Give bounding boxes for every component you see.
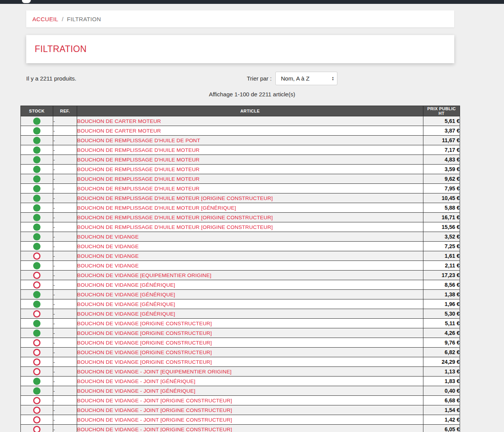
in-stock-icon	[33, 387, 40, 395]
stock-cell	[21, 116, 53, 126]
table-row: - BOUCHON DE VIDANGE [GÉNÉRIQUE] 1,96 €	[21, 299, 460, 309]
table-row: - BOUCHON DE REMPLISSAGE D'HUILE MOTEUR …	[21, 193, 460, 203]
site-logo[interactable]	[22, 0, 31, 3]
article-link[interactable]: BOUCHON DE VIDANGE - JOINT [ORIGINE CONS…	[77, 427, 232, 432]
table-row: - BOUCHON DE VIDANGE - JOINT [EQUIPEMENT…	[21, 367, 460, 377]
sort-select[interactable]: Nom, A à Z	[275, 72, 337, 85]
out-of-stock-icon	[33, 407, 40, 414]
article-link[interactable]: BOUCHON DE VIDANGE - JOINT [ORIGINE CONS…	[77, 398, 232, 403]
out-of-stock-icon	[33, 272, 40, 279]
in-stock-icon	[33, 301, 40, 308]
table-row: - BOUCHON DE VIDANGE [ORIGINE CONSTRUCTE…	[21, 338, 460, 348]
article-link[interactable]: BOUCHON DE REMPLISSAGE D'HUILE MOTEUR	[77, 186, 200, 192]
table-row: - BOUCHON DE VIDANGE - JOINT [ORIGINE CO…	[21, 415, 460, 425]
table-row: - BOUCHON DE REMPLISSAGE D'HUILE MOTEUR …	[21, 165, 460, 174]
article-link[interactable]: BOUCHON DE VIDANGE	[77, 234, 139, 240]
stock-cell	[21, 357, 53, 367]
article-link[interactable]: BOUCHON DE VIDANGE	[77, 244, 139, 249]
table-row: - BOUCHON DE CARTER MOTEUR 5,61 €	[21, 116, 460, 126]
table-row: - BOUCHON DE VIDANGE 2,11 €	[21, 261, 460, 271]
table-row: - BOUCHON DE VIDANGE - JOINT [ORIGINE CO…	[21, 396, 460, 405]
article-link[interactable]: BOUCHON DE REMPLISSAGE D'HUILE DE PONT	[77, 138, 200, 143]
article-link[interactable]: BOUCHON DE VIDANGE [ORIGINE CONSTRUCTEUR…	[77, 330, 212, 336]
stock-cell	[21, 415, 53, 425]
article-link[interactable]: BOUCHON DE VIDANGE [GÉNÉRIQUE]	[77, 282, 175, 288]
article-link[interactable]: BOUCHON DE VIDANGE [ORIGINE CONSTRUCTEUR…	[77, 350, 212, 355]
price-cell: 9,62 €	[423, 174, 460, 184]
article-link[interactable]: BOUCHON DE REMPLISSAGE D'HUILE MOTEUR [O…	[77, 195, 273, 201]
article-link[interactable]: BOUCHON DE REMPLISSAGE D'HUILE MOTEUR	[77, 176, 200, 182]
stock-cell	[21, 309, 53, 319]
ref-cell: -	[53, 116, 77, 126]
breadcrumb-home-link[interactable]: ACCUEIL	[32, 16, 58, 22]
price-cell: 5,30 €	[423, 309, 460, 319]
article-link[interactable]: BOUCHON DE VIDANGE [ORIGINE CONSTRUCTEUR…	[77, 359, 212, 365]
stock-cell	[21, 184, 53, 193]
article-link[interactable]: BOUCHON DE VIDANGE - JOINT [GÉNÉRIQUE]	[77, 378, 196, 384]
table-row: - BOUCHON DE CARTER MOTEUR 3,87 €	[21, 126, 460, 136]
column-header-price: PRIX PUBLIC HT	[423, 106, 460, 116]
table-row: - BOUCHON DE REMPLISSAGE D'HUILE MOTEUR …	[21, 222, 460, 232]
price-cell: 1,42 €	[423, 415, 460, 425]
article-link[interactable]: BOUCHON DE VIDANGE [GÉNÉRIQUE]	[77, 301, 175, 307]
ref-cell: -	[53, 203, 77, 213]
listing-controls: Il y a 2211 produits. Trier par : Nom, A…	[0, 72, 504, 85]
ref-cell: -	[53, 396, 77, 405]
stock-cell	[21, 155, 53, 165]
stock-cell	[21, 319, 53, 328]
article-link[interactable]: BOUCHON DE VIDANGE [GÉNÉRIQUE]	[77, 292, 175, 298]
ref-cell: -	[53, 251, 77, 261]
breadcrumb-current: FILTRATION	[67, 16, 101, 22]
ref-cell: -	[53, 213, 77, 222]
article-link[interactable]: BOUCHON DE VIDANGE [GÉNÉRIQUE]	[77, 311, 175, 317]
price-cell: 9,76 €	[423, 338, 460, 348]
article-link[interactable]: BOUCHON DE REMPLISSAGE D'HUILE MOTEUR	[77, 157, 200, 163]
article-link[interactable]: BOUCHON DE REMPLISSAGE D'HUILE MOTEUR	[77, 147, 200, 153]
article-link[interactable]: BOUCHON DE VIDANGE [ORIGINE CONSTRUCTEUR…	[77, 340, 212, 346]
in-stock-icon	[33, 243, 40, 250]
article-link[interactable]: BOUCHON DE REMPLISSAGE D'HUILE MOTEUR	[77, 166, 200, 172]
sort-control: Trier par : Nom, A à Z ▲ ▼	[247, 72, 337, 85]
breadcrumb: ACCUEIL / FILTRATION	[26, 10, 454, 27]
article-link[interactable]: BOUCHON DE CARTER MOTEUR	[77, 118, 161, 124]
price-cell: 6,05 €	[423, 425, 460, 432]
in-stock-icon	[33, 291, 40, 298]
in-stock-icon	[33, 156, 40, 163]
article-link[interactable]: BOUCHON DE VIDANGE - JOINT [GÉNÉRIQUE]	[77, 388, 196, 394]
article-link[interactable]: BOUCHON DE VIDANGE [EQUIPEMENTIER ORIGIN…	[77, 272, 211, 278]
stock-cell	[21, 299, 53, 309]
out-of-stock-icon	[33, 339, 40, 346]
ref-cell: -	[53, 357, 77, 367]
price-cell: 7,17 €	[423, 145, 460, 155]
price-cell: 3,59 €	[423, 165, 460, 174]
article-link[interactable]: BOUCHON DE VIDANGE	[77, 253, 139, 259]
out-of-stock-icon	[33, 426, 40, 432]
article-link[interactable]: BOUCHON DE REMPLISSAGE D'HUILE MOTEUR [O…	[77, 215, 273, 220]
pagination-info: Affichage 1-100 de 2211 article(s)	[0, 91, 504, 97]
table-header-row: STOCK REF. ARTICLE PRIX PUBLIC HT	[21, 106, 460, 116]
article-link[interactable]: BOUCHON DE VIDANGE - JOINT [ORIGINE CONS…	[77, 417, 232, 423]
ref-cell: -	[53, 405, 77, 415]
article-link[interactable]: BOUCHON DE REMPLISSAGE D'HUILE MOTEUR [G…	[77, 205, 236, 211]
article-link[interactable]: BOUCHON DE VIDANGE [ORIGINE CONSTRUCTEUR…	[77, 321, 212, 326]
in-stock-icon	[33, 262, 40, 269]
out-of-stock-icon	[33, 310, 40, 318]
page-header-card: FILTRATION	[26, 35, 454, 63]
article-link[interactable]: BOUCHON DE REMPLISSAGE D'HUILE MOTEUR [O…	[77, 224, 273, 230]
article-link[interactable]: BOUCHON DE VIDANGE - JOINT [EQUIPEMENTIE…	[77, 369, 232, 375]
table-row: - BOUCHON DE VIDANGE [EQUIPEMENTIER ORIG…	[21, 271, 460, 280]
price-cell: 15,56 €	[423, 222, 460, 232]
stock-cell	[21, 145, 53, 155]
stock-cell	[21, 377, 53, 386]
top-navigation-bar	[0, 0, 504, 4]
article-link[interactable]: BOUCHON DE VIDANGE - JOINT [ORIGINE CONS…	[77, 407, 232, 413]
price-cell: 3,52 €	[423, 232, 460, 242]
price-cell: 0,40 €	[423, 386, 460, 396]
in-stock-icon	[33, 329, 40, 337]
stock-cell	[21, 280, 53, 290]
article-link[interactable]: BOUCHON DE VIDANGE	[77, 263, 139, 269]
column-header-ref: REF.	[53, 106, 77, 116]
stock-cell	[21, 386, 53, 396]
in-stock-icon	[33, 166, 40, 173]
article-link[interactable]: BOUCHON DE CARTER MOTEUR	[77, 128, 161, 134]
